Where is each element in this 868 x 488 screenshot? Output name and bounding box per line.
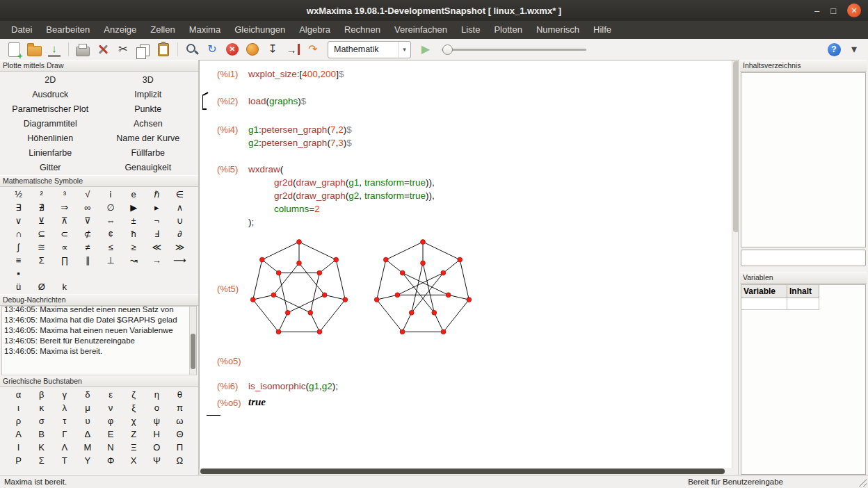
symbol-button[interactable]: ü <box>7 280 30 293</box>
cell-o6[interactable]: (%o6)true <box>217 396 732 409</box>
new-document-icon[interactable] <box>6 41 22 58</box>
symbol-button[interactable]: ∂ <box>168 227 191 241</box>
cell-o5[interactable]: (%o5) <box>217 355 732 368</box>
menu-item-numerisch[interactable]: Numerisch <box>529 21 586 39</box>
draw-button-ausdruck[interactable]: Ausdruck <box>1 87 99 101</box>
symbol-button[interactable]: ∝ <box>53 241 76 254</box>
greek-letter-button[interactable]: M <box>76 441 99 454</box>
greek-letter-button[interactable]: O <box>145 441 168 454</box>
menu-item-zellen[interactable]: Zellen <box>143 21 182 39</box>
symbol-button[interactable]: ∏ <box>53 254 76 267</box>
draw-button-gitter[interactable]: Gitter <box>1 160 99 174</box>
help-icon[interactable]: ? <box>826 41 842 58</box>
symbol-button[interactable]: ≅ <box>30 241 53 254</box>
configure-icon[interactable] <box>95 41 111 58</box>
symbol-button[interactable]: ⇔ <box>99 214 122 227</box>
toc-list[interactable] <box>741 72 866 247</box>
greek-letter-button[interactable]: β <box>30 388 53 401</box>
code-line[interactable]: is_isomorphic(g1,g2); <box>248 380 338 393</box>
greek-letter-button[interactable]: μ <box>76 401 99 414</box>
resize-grip[interactable] <box>858 478 867 487</box>
symbol-button[interactable]: ⊆ <box>30 227 53 241</box>
greek-letter-button[interactable]: υ <box>76 414 99 428</box>
code-line[interactable]: g2:petersen_graph(7,3)$ <box>248 136 352 149</box>
greek-letter-button[interactable]: ε <box>99 388 122 401</box>
draw-button-name-der-kurve[interactable]: Name der Kurve <box>99 131 198 145</box>
cell-i4[interactable]: (%i4)g1:petersen_graph(7,2)$g2:petersen_… <box>217 123 732 149</box>
draw-button-parametrischer-plot[interactable]: Parametrischer Plot <box>1 101 99 116</box>
greek-letter-button[interactable]: Ξ <box>122 441 145 454</box>
variables-col-inhalt[interactable]: Inhalt <box>787 285 819 298</box>
greek-letter-button[interactable]: χ <box>122 414 145 428</box>
greek-letter-button[interactable]: T <box>53 454 76 467</box>
variables-panel-caption[interactable]: Variablen <box>740 272 867 284</box>
toc-filter-input[interactable] <box>741 250 866 266</box>
symbol-button[interactable]: ¢ <box>99 227 122 241</box>
code-line[interactable]: ); <box>248 215 435 229</box>
toc-panel-caption[interactable]: Inhaltsverzeichnis <box>740 60 867 72</box>
symbol-button[interactable]: ⊂ <box>53 227 76 241</box>
greek-letter-button[interactable]: γ <box>53 388 76 401</box>
symbol-button[interactable]: ħ <box>122 227 145 241</box>
symbol-button[interactable]: Ⅎ <box>145 227 168 241</box>
symbol-button[interactable]: ∫ <box>7 241 30 254</box>
greek-letter-button[interactable]: ν <box>99 401 122 414</box>
symbol-button[interactable]: k <box>53 280 76 293</box>
symbol-button[interactable]: ↝ <box>122 254 145 267</box>
paste-icon[interactable] <box>155 41 172 58</box>
symbol-button[interactable]: ⟶ <box>168 254 191 267</box>
greek-letter-button[interactable]: θ <box>168 388 191 401</box>
symbol-button[interactable]: ⊥ <box>99 254 122 267</box>
follow-icon[interactable] <box>244 41 261 58</box>
code-line[interactable]: wxplot_size:[400,200]$ <box>248 67 344 81</box>
symbol-button[interactable]: ▪ <box>7 267 30 280</box>
draw-button-implizit[interactable]: Implizit <box>99 87 198 101</box>
greek-letter-button[interactable]: ζ <box>122 388 145 401</box>
greek-letter-button[interactable]: A <box>7 428 30 441</box>
symbol-button[interactable]: ∨ <box>7 214 30 227</box>
menu-item-datei[interactable]: Datei <box>4 21 39 39</box>
open-icon[interactable] <box>26 41 42 58</box>
symbol-button[interactable]: ∅ <box>99 201 122 214</box>
copy-icon[interactable] <box>135 41 152 58</box>
code-line[interactable]: load(graphs)$ <box>248 95 306 108</box>
greek-letter-button[interactable]: ο <box>145 401 168 414</box>
toolbar-overflow-icon[interactable]: ▾ <box>846 41 862 58</box>
menu-item-liste[interactable]: Liste <box>454 21 487 39</box>
draw-button-f-llfarbe[interactable]: Füllfarbe <box>99 145 198 160</box>
symbol-button[interactable]: → <box>145 254 168 267</box>
greek-letter-button[interactable]: Ω <box>168 454 191 467</box>
play-icon[interactable]: ▶ <box>417 41 434 58</box>
symbol-button[interactable]: ∃ <box>7 201 30 214</box>
symbol-button[interactable]: ∧ <box>168 201 191 214</box>
greek-letter-button[interactable]: δ <box>76 388 99 401</box>
greek-letter-button[interactable]: Π <box>168 441 191 454</box>
draw-button-2d[interactable]: 2D <box>1 72 99 87</box>
greek-letter-button[interactable]: τ <box>53 414 76 428</box>
debug-scrollbar[interactable] <box>189 307 196 375</box>
symbol-button[interactable]: ∈ <box>168 188 191 201</box>
greek-letter-button[interactable]: Σ <box>30 454 53 467</box>
symbol-button[interactable]: ∄ <box>30 201 53 214</box>
restart-maxima-icon[interactable]: ↻ <box>204 41 220 58</box>
interrupt-icon[interactable]: ✕ <box>224 41 241 58</box>
symbol-button[interactable]: ∪ <box>168 214 191 227</box>
greek-letter-button[interactable]: Z <box>122 428 145 441</box>
draw-button-linienfarbe[interactable]: Linienfarbe <box>1 145 99 160</box>
greek-letter-button[interactable]: α <box>7 388 30 401</box>
symbol-button[interactable]: i <box>99 188 122 201</box>
cell-i2[interactable]: (%i2)load(graphs)$ <box>217 95 732 108</box>
symbol-button[interactable]: ² <box>30 188 53 201</box>
menu-item-plotten[interactable]: Plotten <box>487 21 529 39</box>
draw-button-genauigkeit[interactable]: Genauigkeit <box>99 160 198 174</box>
draw-button-h-henlinien[interactable]: Höhenlinien <box>1 131 99 145</box>
symbol-button[interactable]: ℏ <box>145 188 168 201</box>
cell-type-select[interactable]: Mathematik▾ <box>328 41 411 58</box>
greek-letter-button[interactable]: H <box>145 428 168 441</box>
debug-panel-caption[interactable]: Debug-Nachrichten <box>0 294 198 306</box>
cell-i6[interactable]: (%i6)is_isomorphic(g1,g2); <box>217 380 732 393</box>
symbol-button[interactable]: Σ <box>30 254 53 267</box>
document-hscrollbar-thumb[interactable] <box>200 469 725 474</box>
variables-col-variable[interactable]: Variable <box>741 285 787 298</box>
menu-item-gleichungen[interactable]: Gleichungen <box>227 21 292 39</box>
